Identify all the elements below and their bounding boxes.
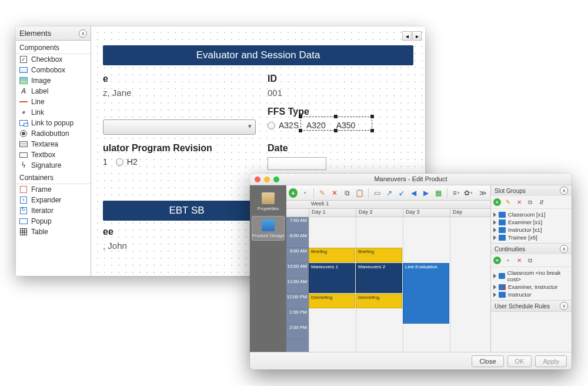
ffs-option-a320[interactable]: A320 (306, 121, 326, 130)
scroll-right-icon[interactable]: ▸ (412, 31, 422, 41)
titlebar[interactable]: Maneuvers - Edit Product (250, 174, 572, 185)
prev-icon[interactable]: ◀ (409, 188, 419, 198)
date-field[interactable] (268, 157, 326, 170)
timeline-event[interactable]: Maneuvers 2 (356, 263, 402, 293)
resize-handle-n[interactable] (334, 115, 338, 118)
ffs-option-a350[interactable]: A350 (336, 121, 356, 130)
component-image[interactable]: Image (16, 75, 91, 86)
component-line[interactable]: Line (16, 96, 91, 107)
delete-icon[interactable]: ✕ (514, 198, 523, 207)
copy-icon[interactable]: ⧉ (342, 188, 352, 198)
container-popup[interactable]: Popup (16, 216, 91, 227)
component-combobox[interactable]: Combobox (16, 65, 91, 75)
collapse-icon[interactable]: ↙ (397, 188, 407, 198)
resize-handle-ne[interactable] (370, 115, 374, 118)
timeline-event[interactable]: Debriefing (309, 294, 355, 308)
tree-item-label: Classroom <no break cost> (507, 269, 569, 282)
slot-groups-tree[interactable]: Classroom [x1]Examiner [x1]Instructor [x… (491, 209, 572, 243)
add-dropdown-icon[interactable]: ▾ (503, 256, 512, 265)
expand-arrow-icon[interactable] (493, 235, 496, 240)
container-table[interactable]: Table (16, 227, 91, 237)
tree-item[interactable]: Trainee [x5] (493, 234, 569, 241)
tree-item[interactable]: Instructor [x1] (493, 226, 569, 234)
add-icon[interactable]: + (493, 198, 501, 206)
resize-handle-s[interactable] (334, 129, 338, 132)
section-evaluator-session-data[interactable]: Evaluator and Session Data (103, 45, 413, 65)
delete-icon[interactable]: ✕ (514, 256, 523, 265)
resize-handle-nw[interactable] (299, 115, 302, 118)
component-textarea[interactable]: Textarea (16, 139, 91, 149)
expand-arrow-icon[interactable] (493, 292, 496, 297)
continuities-tree[interactable]: Classroom <no break cost>Examiner, Instr… (491, 267, 572, 300)
program-option-h2[interactable]: H2 (116, 157, 138, 167)
section-ebt-sb[interactable]: EBT SB (103, 201, 270, 221)
timeline-lanes[interactable]: BriefingBriefingManeuvers 1Maneuvers 2Li… (309, 217, 490, 352)
tree-item[interactable]: Classroom <no break cost> (493, 269, 569, 283)
select-icon[interactable]: ▭ (372, 188, 382, 198)
component-checkbox[interactable]: ✓Checkbox (16, 54, 91, 65)
overflow-icon[interactable]: ≫ (478, 188, 488, 198)
expand-icon[interactable]: ∨ (560, 302, 568, 310)
expand-arrow-icon[interactable] (493, 285, 496, 290)
apply-button[interactable]: Apply (535, 355, 567, 367)
container-iterator[interactable]: Iterator (16, 205, 91, 216)
resize-handle-se[interactable] (370, 129, 374, 132)
collapse-icon[interactable]: ∧ (79, 29, 87, 38)
combo-field[interactable] (103, 119, 256, 135)
delete-icon[interactable]: ✕ (330, 188, 340, 198)
component-textbox[interactable]: Textbox (16, 149, 91, 160)
expand-arrow-icon[interactable] (493, 228, 496, 232)
combobox-icon (19, 67, 28, 73)
container-expander[interactable]: +Expander (16, 195, 91, 205)
container-frame[interactable]: Frame (16, 184, 91, 195)
component-radiobutton[interactable]: Radiobutton (16, 128, 91, 139)
expand-arrow-icon[interactable] (493, 220, 496, 225)
insert-icon[interactable]: ▦ (433, 188, 443, 198)
nav-product-design[interactable]: Product Design (252, 216, 285, 241)
collapse-icon[interactable]: ∧ (560, 245, 568, 253)
continuities-header[interactable]: Continuities∧ (491, 244, 572, 254)
collapse-icon[interactable]: ∧ (560, 187, 568, 195)
add-dropdown-icon[interactable]: ▾ (300, 188, 310, 198)
component-signature[interactable]: ϟSignature (16, 160, 91, 171)
next-icon[interactable]: ▶ (421, 188, 431, 198)
move-icon[interactable]: ⇵ (537, 198, 546, 207)
settings-icon[interactable]: ✿▾ (463, 188, 473, 198)
tree-item[interactable]: Examiner [x1] (493, 218, 569, 226)
align-icon[interactable]: ≡▾ (451, 188, 461, 198)
resize-handle-sw[interactable] (299, 129, 302, 132)
close-button[interactable]: Close (472, 355, 503, 367)
timeline-event[interactable]: Briefing (356, 248, 402, 262)
expand-icon[interactable]: ↗ (385, 188, 395, 198)
add-icon[interactable]: + (493, 257, 501, 264)
component-link-to-popup[interactable]: Link to popup (16, 118, 91, 128)
timeline[interactable]: Week 1 Day 1 Day 2 Day 3 Day 7:00 AM 8:0… (286, 201, 490, 352)
program-option-1[interactable]: 1 (103, 157, 108, 167)
elements-palette-header[interactable]: Elements ∧ (16, 26, 91, 41)
window-title: Maneuvers - Edit Product (250, 175, 572, 182)
edit-icon[interactable]: ✎ (503, 198, 512, 207)
expand-arrow-icon[interactable] (493, 212, 496, 217)
user-schedule-rules-header[interactable]: User Schedule Rules∨ (491, 301, 572, 311)
component-label[interactable]: ALabel (16, 86, 91, 96)
copy-icon[interactable]: ⧉ (526, 256, 534, 265)
tree-item[interactable]: Classroom [x1] (493, 211, 569, 218)
ffs-option-a32s[interactable]: A32S (268, 121, 299, 130)
slot-groups-header[interactable]: Slot Groups∧ (491, 185, 572, 196)
timeline-event[interactable]: Briefing (309, 248, 355, 262)
scroll-left-icon[interactable]: ◂ (402, 31, 412, 41)
expand-arrow-icon[interactable] (493, 274, 496, 278)
nav-properties[interactable]: Properties (252, 189, 285, 214)
component-link[interactable]: ⚭Link (16, 107, 91, 118)
timeline-event[interactable]: Maneuvers 1 (309, 263, 355, 293)
paste-icon[interactable]: 📋 (355, 188, 365, 198)
tree-item[interactable]: Examiner, Instructor (493, 283, 569, 291)
timeline-event[interactable]: Debriefing (356, 294, 402, 308)
timeline-event[interactable]: Line Evaluation (403, 263, 449, 324)
tree-item[interactable]: Instructor (493, 291, 569, 298)
edit-icon[interactable]: ✎ (318, 188, 328, 198)
ok-button[interactable]: OK (507, 355, 532, 367)
copy-icon[interactable]: ⧉ (526, 198, 534, 207)
node-icon (499, 235, 506, 241)
add-icon[interactable]: + (289, 188, 298, 198)
